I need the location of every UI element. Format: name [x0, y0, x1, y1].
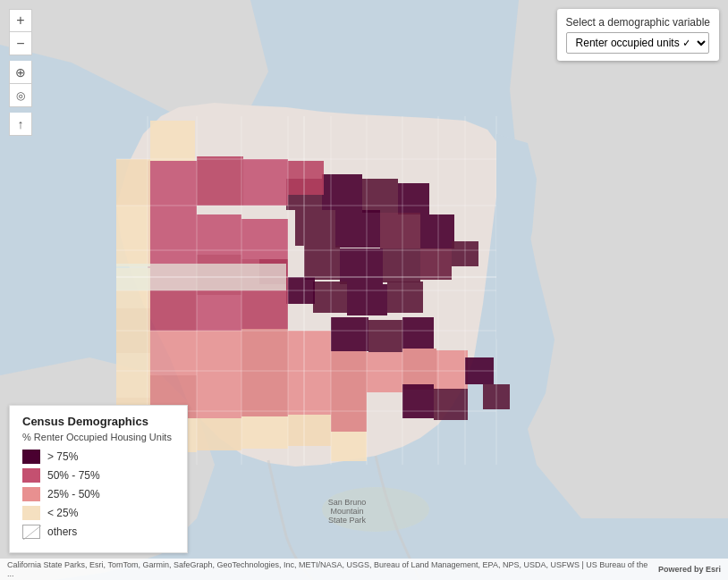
svg-rect-50 [288, 374, 331, 415]
legend-item-gt75: > 75% [22, 450, 174, 464]
svg-rect-18 [347, 284, 387, 315]
svg-rect-42 [288, 331, 331, 374]
legend-label-50-75: 50% - 75% [47, 469, 100, 482]
legend-item-others: others [22, 525, 174, 539]
svg-rect-40 [197, 331, 241, 375]
reset-button[interactable]: ◎ [9, 84, 32, 107]
svg-rect-7 [362, 179, 398, 213]
svg-rect-44 [367, 352, 402, 392]
legend-subtitle: % Renter Occupied Housing Units [22, 432, 174, 442]
svg-rect-38 [288, 161, 324, 195]
zoom-out-button[interactable]: − [9, 32, 32, 55]
attribution-text: California State Parks, Esri, TomTom, Ga… [7, 560, 651, 578]
svg-rect-10 [335, 210, 380, 248]
svg-text:State Park: State Park [328, 516, 367, 525]
legend-swatch-lt25 [22, 506, 40, 520]
svg-rect-28 [148, 290, 197, 331]
svg-rect-9 [295, 210, 335, 246]
svg-rect-66 [116, 159, 150, 206]
svg-rect-26 [148, 210, 197, 250]
legend-panel: Census Demographics % Renter Occupied Ho… [9, 405, 188, 553]
svg-rect-20 [331, 317, 368, 351]
svg-rect-46 [436, 350, 468, 390]
svg-rect-62 [241, 416, 288, 449]
svg-rect-41 [241, 329, 288, 374]
powered-by-esri: Powered by Esri [658, 565, 721, 574]
svg-rect-22 [402, 317, 434, 349]
map-container[interactable]: San Bruno Mountain State Park + − ⊕ ◎ ↑ … [0, 0, 728, 580]
demographic-dropdown-panel: Select a demographic variable Renter occ… [557, 9, 719, 61]
legend-item-25-50: 25% - 50% [22, 487, 174, 501]
svg-rect-21 [368, 320, 402, 352]
legend-swatch-gt75 [22, 450, 40, 464]
svg-rect-48 [197, 375, 241, 418]
svg-rect-65 [116, 206, 150, 266]
svg-marker-1 [510, 0, 728, 518]
map-controls: + − ⊕ ◎ ↑ [9, 9, 32, 136]
svg-rect-43 [331, 351, 367, 392]
demographic-variable-select[interactable]: Renter occupied units ✓ Owner occupied u… [566, 32, 709, 54]
svg-rect-14 [340, 248, 383, 284]
legend-swatch-others [22, 525, 40, 539]
svg-rect-16 [420, 248, 452, 280]
svg-rect-37 [243, 159, 288, 206]
svg-rect-33 [197, 295, 241, 331]
svg-rect-39 [148, 331, 197, 375]
legend-label-lt25: < 25% [47, 507, 78, 519]
svg-rect-53 [434, 389, 468, 420]
legend-label-gt75: > 75% [47, 450, 78, 463]
svg-rect-6 [322, 174, 362, 210]
legend-title: Census Demographics [22, 415, 174, 428]
svg-rect-36 [197, 156, 243, 206]
svg-rect-58 [116, 353, 150, 398]
svg-rect-13 [304, 246, 340, 280]
svg-rect-51 [331, 392, 367, 432]
svg-rect-17 [313, 282, 347, 313]
legend-swatch-25-50 [22, 487, 40, 501]
svg-rect-34 [241, 295, 288, 329]
legend-label-others: others [47, 525, 77, 538]
svg-rect-64 [331, 432, 367, 461]
svg-rect-52 [402, 384, 434, 418]
svg-rect-49 [241, 374, 288, 416]
svg-rect-29 [197, 214, 241, 255]
svg-rect-31 [241, 219, 288, 259]
legend-swatch-50-75 [22, 468, 40, 483]
svg-rect-12 [420, 214, 454, 248]
north-button[interactable]: ↑ [9, 113, 32, 136]
svg-rect-19 [387, 282, 423, 313]
svg-rect-45 [402, 349, 436, 390]
zoom-in-button[interactable]: + [9, 9, 32, 32]
dropdown-label: Select a demographic variable [566, 16, 710, 29]
svg-text:San Bruno: San Bruno [328, 498, 367, 507]
svg-rect-35 [148, 161, 197, 210]
svg-line-91 [23, 525, 41, 540]
svg-rect-11 [380, 213, 420, 248]
legend-item-50-75: 50% - 75% [22, 468, 174, 483]
compass-button[interactable]: ⊕ [9, 61, 32, 84]
legend-item-lt25: < 25% [22, 506, 174, 520]
attribution-bar: California State Parks, Esri, TomTom, Ga… [0, 559, 728, 580]
svg-text:Mountain: Mountain [330, 507, 363, 516]
svg-rect-61 [197, 418, 241, 450]
svg-rect-67 [150, 121, 195, 161]
svg-rect-63 [288, 415, 331, 446]
legend-label-25-50: 25% - 50% [47, 488, 100, 500]
